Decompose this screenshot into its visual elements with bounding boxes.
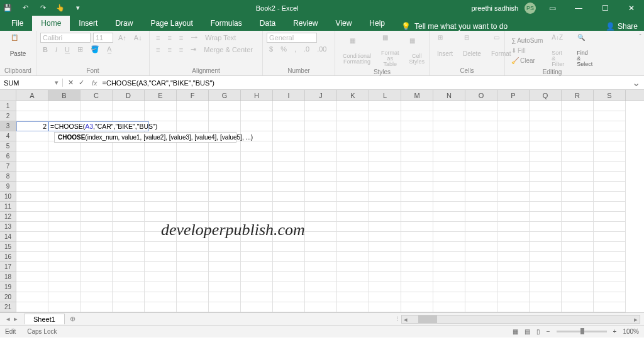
cell-o1[interactable]: [465, 101, 497, 111]
cell-c12[interactable]: [80, 212, 113, 222]
row-header-15[interactable]: 15: [0, 242, 16, 252]
cell-i17[interactable]: [273, 262, 305, 272]
cell-j3[interactable]: [305, 121, 337, 131]
cell-m19[interactable]: [401, 282, 433, 292]
cell-r2[interactable]: [562, 111, 594, 121]
cell-a11[interactable]: [16, 202, 48, 212]
align-center-icon[interactable]: ≡: [165, 45, 174, 55]
cell-g15[interactable]: [209, 242, 241, 252]
cell-g8[interactable]: [209, 172, 241, 182]
cell-n12[interactable]: [433, 212, 465, 222]
cell-a9[interactable]: [16, 182, 48, 192]
cell-r20[interactable]: [562, 292, 594, 302]
cell-h11[interactable]: [241, 202, 273, 212]
cell-h7[interactable]: [241, 162, 273, 172]
row-header-4[interactable]: 4: [0, 131, 16, 141]
cell-d5[interactable]: [113, 141, 145, 151]
cell-r4[interactable]: [562, 131, 594, 141]
cell-q17[interactable]: [530, 262, 562, 272]
cell-q18[interactable]: [530, 272, 562, 282]
cell-p14[interactable]: [497, 232, 530, 242]
cell-f9[interactable]: [177, 182, 209, 192]
select-all-corner[interactable]: [0, 90, 16, 101]
cell-j1[interactable]: [305, 101, 337, 111]
cell-o18[interactable]: [465, 272, 497, 282]
cell-p10[interactable]: [497, 192, 530, 202]
cell-j20[interactable]: [305, 292, 337, 302]
tab-draw[interactable]: Draw: [106, 16, 142, 31]
cell-b2[interactable]: [48, 111, 80, 121]
col-header-h[interactable]: H: [241, 90, 273, 101]
tab-home[interactable]: Home: [32, 16, 70, 31]
cell-s6[interactable]: [594, 151, 626, 162]
cell-r21[interactable]: [562, 302, 594, 312]
cell-o14[interactable]: [465, 232, 497, 242]
align-left-icon[interactable]: ≡: [153, 45, 162, 55]
cell-o11[interactable]: [465, 202, 497, 212]
cell-h12[interactable]: [241, 212, 273, 222]
cell-f6[interactable]: [177, 151, 209, 162]
enter-formula-icon[interactable]: ✓: [79, 79, 84, 87]
ribbon-display-icon[interactable]: ▭: [542, 4, 562, 13]
cell-l1[interactable]: [369, 101, 401, 111]
cell-g7[interactable]: [209, 162, 241, 172]
cell-m5[interactable]: [401, 141, 433, 151]
cell-f21[interactable]: [177, 302, 209, 312]
cell-r15[interactable]: [562, 242, 594, 252]
cell-b19[interactable]: [48, 282, 80, 292]
cell-p2[interactable]: [497, 111, 530, 121]
cell-j2[interactable]: [305, 111, 337, 121]
col-header-j[interactable]: J: [305, 90, 337, 101]
cell-f13[interactable]: [177, 222, 209, 232]
cell-k5[interactable]: [337, 141, 369, 151]
cell-p16[interactable]: [497, 252, 530, 262]
col-header-s[interactable]: S: [594, 90, 626, 101]
col-header-o[interactable]: O: [465, 90, 497, 101]
cell-c20[interactable]: [80, 292, 113, 302]
fill-color-icon[interactable]: 🪣: [88, 44, 102, 55]
cell-r9[interactable]: [562, 182, 594, 192]
cell-r11[interactable]: [562, 202, 594, 212]
cell-p19[interactable]: [497, 282, 530, 292]
col-header-c[interactable]: C: [80, 90, 113, 101]
wrap-text-button[interactable]: Wrap Text: [203, 33, 238, 43]
sheet-nav-next-icon[interactable]: ▸: [14, 315, 18, 323]
cell-g14[interactable]: [209, 232, 241, 242]
cell-l5[interactable]: [369, 141, 401, 151]
cell-m10[interactable]: [401, 192, 433, 202]
cell-k19[interactable]: [337, 282, 369, 292]
cell-l4[interactable]: [369, 131, 401, 141]
view-normal-icon[interactable]: ▦: [513, 328, 518, 335]
comma-icon[interactable]: ,: [292, 44, 299, 54]
cell-j11[interactable]: [305, 202, 337, 212]
zoom-level[interactable]: 100%: [623, 328, 639, 335]
row-header-11[interactable]: 11: [0, 202, 16, 212]
cell-n10[interactable]: [433, 192, 465, 202]
cell-k20[interactable]: [337, 292, 369, 302]
cell-m18[interactable]: [401, 272, 433, 282]
cell-m3[interactable]: [401, 121, 433, 131]
cell-r13[interactable]: [562, 222, 594, 232]
cell-l11[interactable]: [369, 202, 401, 212]
cell-q15[interactable]: [530, 242, 562, 252]
cell-i13[interactable]: [273, 222, 305, 232]
cell-h6[interactable]: [241, 151, 273, 162]
row-header-10[interactable]: 10: [0, 192, 16, 202]
cell-m2[interactable]: [401, 111, 433, 121]
cell-p3[interactable]: [497, 121, 530, 131]
cell-o13[interactable]: [465, 222, 497, 232]
cell-f20[interactable]: [177, 292, 209, 302]
cell-n19[interactable]: [433, 282, 465, 292]
cell-l18[interactable]: [369, 272, 401, 282]
merge-button[interactable]: Merge & Center: [201, 45, 255, 55]
cell-b9[interactable]: [48, 182, 80, 192]
cell-g1[interactable]: [209, 101, 241, 111]
cell-m4[interactable]: [401, 131, 433, 141]
cell-r8[interactable]: [562, 172, 594, 182]
sheet-nav-prev-icon[interactable]: ◂: [6, 315, 10, 323]
tab-data[interactable]: Data: [251, 16, 284, 31]
cell-j14[interactable]: [305, 232, 337, 242]
cell-q20[interactable]: [530, 292, 562, 302]
row-header-6[interactable]: 6: [0, 151, 16, 162]
cell-h3[interactable]: [241, 121, 273, 131]
